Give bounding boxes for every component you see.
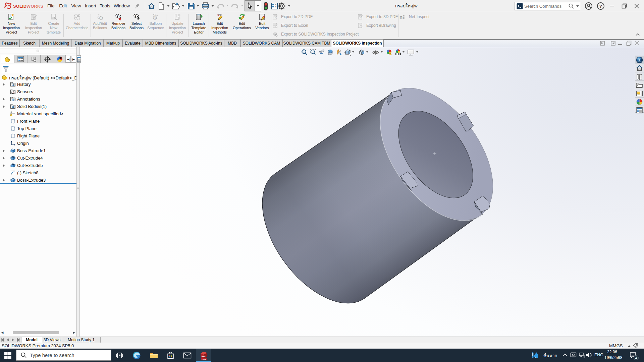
- svg-text:2: 2: [156, 16, 157, 18]
- svg-text:SOLIDWORKS: SOLIDWORKS: [13, 4, 43, 9]
- svg-text:1: 1: [101, 17, 102, 19]
- svg-text:1: 1: [135, 14, 136, 17]
- svg-text:PDF: PDF: [274, 17, 277, 18]
- svg-text:PDF: PDF: [360, 17, 363, 18]
- svg-text:?: ?: [599, 4, 602, 9]
- svg-text:1: 1: [117, 14, 118, 17]
- svg-text:2024: 2024: [202, 358, 206, 360]
- svg-text:n: n: [399, 14, 402, 20]
- svg-text:1: 1: [154, 14, 155, 17]
- svg-text:A: A: [12, 98, 14, 101]
- svg-text:SW: SW: [201, 355, 206, 358]
- svg-text:A: A: [339, 53, 342, 56]
- svg-text:1: 1: [118, 15, 120, 18]
- svg-text:3: 3: [154, 17, 156, 19]
- svg-text:1: 1: [99, 16, 100, 19]
